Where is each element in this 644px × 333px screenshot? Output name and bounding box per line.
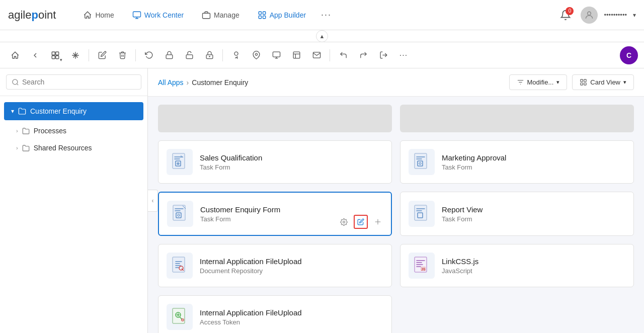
- svg-point-14: [209, 56, 209, 57]
- placeholder-card-1: [158, 105, 392, 132]
- folder-icon: [18, 107, 26, 115]
- toolbar-unlock-btn[interactable]: [180, 46, 198, 64]
- toolbar-delete-btn[interactable]: [113, 46, 131, 64]
- placeholder-card-2: [400, 105, 634, 132]
- card-title-marketing-approval: Marketing Approval: [442, 153, 625, 162]
- sort-icon: [517, 78, 524, 86]
- toolbar-more-btn[interactable]: ···: [394, 46, 413, 64]
- card-linkcss-js[interactable]: JS LinkCSS.js JavaScript: [400, 244, 634, 287]
- card-report-view[interactable]: Report View Task Form: [400, 192, 634, 236]
- toolbar-share2-btn[interactable]: [354, 46, 372, 64]
- search-input[interactable]: [22, 78, 136, 86]
- card-title-report-view: Report View: [442, 205, 625, 214]
- folder-closed-icon-2: [22, 144, 30, 152]
- collapse-bar: ▲: [0, 30, 644, 42]
- sidebar-item-customer-enquiry[interactable]: ▾ Customer Enquiry: [4, 102, 143, 120]
- collapse-button[interactable]: ▲: [316, 30, 328, 42]
- nav-app-builder[interactable]: App Builder: [251, 8, 313, 23]
- content-header: All Apps › Customer Enquiry Modifie... ▾…: [148, 68, 644, 97]
- svg-rect-24: [581, 83, 583, 85]
- nav-app-builder-label: App Builder: [270, 11, 306, 19]
- card-settings-btn[interactable]: [337, 215, 351, 229]
- sidebar: ▾ Customer Enquiry › Processes › Shared …: [0, 68, 148, 333]
- svg-rect-9: [52, 55, 55, 58]
- main-layout: ▾ Customer Enquiry › Processes › Shared …: [0, 68, 644, 333]
- nav-manage[interactable]: Manage: [195, 8, 247, 23]
- sidebar-customer-enquiry-label: Customer Enquiry: [30, 107, 87, 115]
- sidebar-processes-label: Processes: [34, 127, 66, 135]
- logo: agilepoint: [8, 9, 56, 22]
- card-edit-btn[interactable]: [354, 215, 368, 229]
- svg-rect-22: [581, 79, 583, 81]
- svg-rect-8: [56, 52, 59, 55]
- sort-button[interactable]: Modifie... ▾: [509, 74, 568, 90]
- nav-home[interactable]: Home: [76, 8, 121, 23]
- toolbar-lock-btn[interactable]: [160, 46, 178, 64]
- sidebar-toggle-button[interactable]: ‹: [148, 190, 158, 212]
- toolbar-location-btn[interactable]: [247, 46, 265, 64]
- toolbar: ▾ ··· C: [0, 42, 644, 68]
- card-icon-internal-fileupload-2: [167, 304, 193, 330]
- card-icon-internal-fileupload-1: [167, 253, 193, 279]
- breadcrumb-root[interactable]: All Apps: [158, 78, 184, 87]
- search-input-wrap[interactable]: [6, 74, 141, 90]
- notification-badge: 0: [566, 7, 574, 15]
- nav-right: 0 •••••••••• ▾: [556, 6, 636, 24]
- card-internal-fileupload-1[interactable]: Internal Application FileUpload Document…: [158, 244, 392, 287]
- toolbar-new-btn[interactable]: ▾: [46, 46, 64, 64]
- toolbar-cert-btn[interactable]: [227, 46, 245, 64]
- sidebar-item-processes[interactable]: › Processes: [0, 122, 147, 139]
- card-title-customer-enquiry-form: Customer Enquiry Form: [200, 205, 383, 214]
- js-icon: JS: [414, 257, 430, 275]
- svg-rect-18: [293, 52, 300, 58]
- user-menu-chevron[interactable]: ▾: [633, 12, 636, 19]
- card-title-internal-fileupload-2: Internal Application FileUpload: [200, 308, 383, 317]
- view-button[interactable]: Card View ▾: [572, 74, 634, 90]
- svg-rect-12: [186, 55, 193, 59]
- sidebar-item-shared-resources[interactable]: › Shared Resources: [0, 139, 147, 156]
- user-avatar: [581, 7, 598, 24]
- card-customer-enquiry-form[interactable]: Customer Enquiry Form Task Form: [158, 192, 392, 236]
- svg-rect-5: [263, 16, 265, 18]
- card-sub-internal-fileupload-2: Access Token: [200, 318, 383, 326]
- sort-label: Modifie...: [527, 78, 554, 86]
- svg-rect-7: [52, 52, 55, 55]
- toolbar-edit-btn[interactable]: [93, 46, 111, 64]
- sidebar-shared-resources-label: Shared Resources: [34, 144, 92, 152]
- toolbar-logout-btn[interactable]: [374, 46, 392, 64]
- notification-button[interactable]: 0: [556, 6, 575, 24]
- toolbar-history-btn[interactable]: [140, 46, 158, 64]
- card-title-linkcss-js: LinkCSS.js: [442, 257, 625, 266]
- svg-point-20: [13, 79, 18, 84]
- toolbar-sep-1: [89, 49, 89, 61]
- access-token-icon: [172, 308, 188, 326]
- card-icon-sales-qualification: [167, 149, 193, 175]
- sort-chevron-icon: ▾: [556, 79, 559, 86]
- svg-rect-17: [273, 52, 280, 57]
- doc-repo-icon: [172, 257, 188, 275]
- toolbar-user-initial: C: [620, 46, 638, 64]
- card-marketing-approval[interactable]: Marketing Approval Task Form: [400, 140, 634, 184]
- card-sub-marketing-approval: Task Form: [442, 163, 625, 171]
- nav-work-center[interactable]: Work Center: [125, 8, 191, 23]
- toolbar-lock2-btn[interactable]: [200, 46, 218, 64]
- svg-rect-2: [259, 12, 261, 14]
- card-title-sales-qualification: Sales Qualification: [200, 153, 383, 162]
- toolbar-layout-btn[interactable]: [287, 46, 305, 64]
- card-sales-qualification[interactable]: Sales Qualification Task Form: [158, 140, 392, 184]
- toolbar-back-btn[interactable]: [26, 46, 44, 64]
- toolbar-home-btn[interactable]: [6, 46, 24, 64]
- svg-rect-11: [166, 55, 173, 59]
- card-internal-fileupload-2[interactable]: Internal Application FileUpload Access T…: [158, 295, 392, 333]
- card-customize-btn[interactable]: [371, 215, 385, 229]
- card-title-internal-fileupload-1: Internal Application FileUpload: [200, 257, 383, 266]
- user-name: ••••••••••: [604, 11, 627, 19]
- chevron-right-icon-2: ›: [16, 145, 18, 151]
- toolbar-export-btn[interactable]: [267, 46, 285, 64]
- toolbar-email-btn[interactable]: [307, 46, 326, 64]
- toolbar-share1-btn[interactable]: [334, 46, 352, 64]
- nav-more[interactable]: ···: [317, 7, 336, 23]
- chevron-right-icon: ›: [16, 128, 18, 134]
- view-icon: [580, 78, 587, 86]
- toolbar-customize-btn[interactable]: [66, 46, 85, 64]
